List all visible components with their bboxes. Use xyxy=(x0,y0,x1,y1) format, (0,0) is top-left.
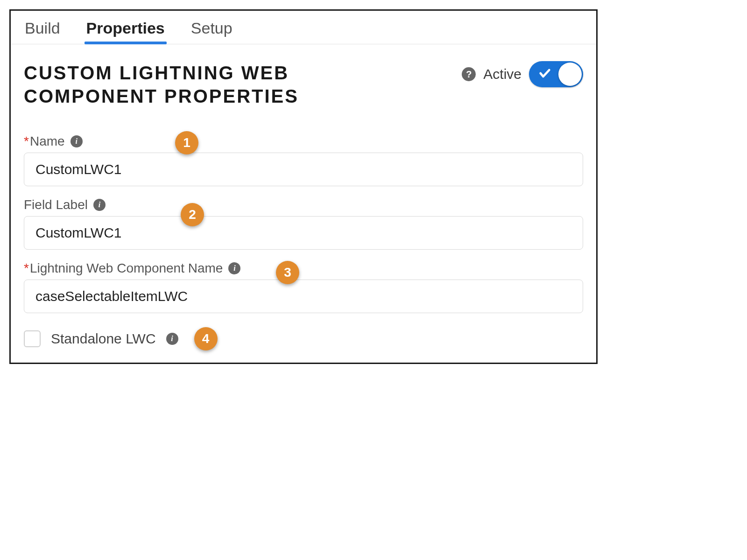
active-toggle-group: ? Active xyxy=(462,61,583,87)
annotation-badge-2: 2 xyxy=(181,203,204,226)
active-toggle[interactable] xyxy=(529,61,583,87)
name-input[interactable] xyxy=(24,153,583,186)
help-icon[interactable]: ? xyxy=(462,67,476,81)
annotation-badge-1: 1 xyxy=(175,131,198,154)
field-label-input[interactable] xyxy=(24,216,583,250)
standalone-lwc-checkbox[interactable] xyxy=(24,330,41,347)
active-label: Active xyxy=(483,66,521,82)
info-icon[interactable]: i xyxy=(93,199,106,211)
header-row: CUSTOM LIGHTNING WEB COMPONENT PROPERTIE… xyxy=(24,61,583,108)
toggle-knob xyxy=(558,63,582,86)
tab-build[interactable]: Build xyxy=(25,19,60,44)
info-icon[interactable]: i xyxy=(228,262,240,274)
tab-properties[interactable]: Properties xyxy=(86,19,165,44)
page-title: CUSTOM LIGHTNING WEB COMPONENT PROPERTIE… xyxy=(24,61,369,108)
form-group-name: *Name i 1 xyxy=(24,134,583,186)
label-row-field-label: Field Label i xyxy=(24,197,583,212)
annotation-badge-3: 3 xyxy=(276,261,299,284)
label-row-name: *Name i xyxy=(24,134,583,149)
standalone-lwc-label: Standalone LWC xyxy=(51,331,156,347)
properties-panel: Build Properties Setup CUSTOM LIGHTNING … xyxy=(9,9,598,364)
annotation-badge-4: 4 xyxy=(194,327,218,350)
label-row-lwc-name: *Lightning Web Component Name i xyxy=(24,261,583,276)
form-group-field-label: Field Label i 2 xyxy=(24,197,583,250)
tab-bar: Build Properties Setup xyxy=(11,11,596,44)
info-icon[interactable]: i xyxy=(70,135,83,147)
content-area: CUSTOM LIGHTNING WEB COMPONENT PROPERTIE… xyxy=(11,44,596,363)
standalone-lwc-row: Standalone LWC i 4 xyxy=(24,327,583,350)
lwc-name-input[interactable] xyxy=(24,280,583,313)
info-icon[interactable]: i xyxy=(166,333,178,345)
field-label-text: Field Label xyxy=(24,197,88,212)
required-marker: *Lightning Web Component Name xyxy=(24,261,223,276)
tab-setup[interactable]: Setup xyxy=(191,19,233,44)
check-icon xyxy=(538,67,551,82)
form-group-lwc-name: *Lightning Web Component Name i 3 xyxy=(24,261,583,313)
required-marker: *Name xyxy=(24,134,65,149)
